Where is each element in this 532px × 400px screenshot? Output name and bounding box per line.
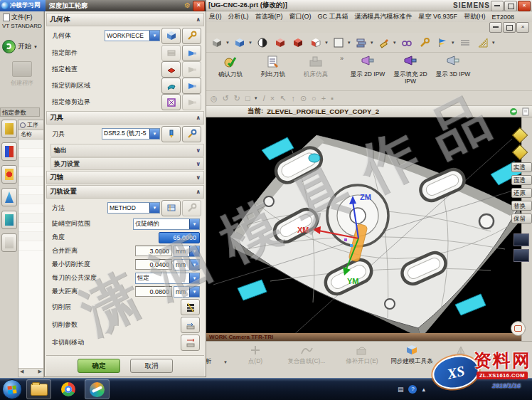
menu-window[interactable]: 窗口(O) bbox=[289, 12, 312, 21]
menu-file[interactable]: 文件(F) bbox=[3, 13, 33, 22]
highlight-cut-area-button[interactable] bbox=[182, 78, 201, 94]
select-cut-area-button[interactable] bbox=[161, 78, 181, 94]
list-item[interactable] bbox=[18, 223, 43, 232]
warning-diamond-icon[interactable] bbox=[512, 127, 528, 144]
verify-toolpath-button[interactable]: 确认刀轨 bbox=[209, 55, 252, 78]
tool-select[interactable]: DSR2.5 (铣刀-5▼ bbox=[102, 128, 160, 140]
left-strip-icon-operation[interactable] bbox=[1, 165, 17, 184]
show-3d-ipw-button[interactable]: 显示 3D IPW bbox=[432, 55, 474, 78]
lines-icon[interactable] bbox=[457, 35, 473, 51]
minimize-button[interactable] bbox=[491, 1, 504, 11]
merge-distance-unit[interactable]: mm▼ bbox=[174, 246, 200, 257]
dropdown-icon[interactable]: ▼ bbox=[189, 219, 199, 229]
snap-icon[interactable]: ○ bbox=[312, 94, 316, 102]
tool-change-bar[interactable]: 换刀设置∨ bbox=[50, 157, 204, 170]
left-strip-icon-geometry[interactable] bbox=[1, 188, 17, 206]
flag-icon[interactable] bbox=[435, 35, 450, 51]
list-item[interactable] bbox=[18, 204, 43, 214]
overflow-icon[interactable]: » bbox=[340, 55, 344, 62]
patch-opening-button[interactable]: 修补开口(E) bbox=[340, 344, 384, 364]
snap-icon[interactable]: ◎ bbox=[211, 94, 218, 103]
snap-icon[interactable]: □ bbox=[245, 94, 250, 102]
layers-icon[interactable] bbox=[353, 35, 369, 51]
taskbar-explorer-button[interactable] bbox=[26, 379, 51, 399]
edit-object-icon[interactable] bbox=[376, 35, 392, 51]
chevron-down-icon[interactable]: ▼ bbox=[254, 96, 258, 100]
warning-diamond-icon[interactable] bbox=[512, 144, 528, 161]
image-tile-icon[interactable] bbox=[514, 233, 529, 246]
new-tool-button[interactable] bbox=[161, 126, 181, 142]
list-item[interactable] bbox=[18, 241, 43, 251]
max-distance-unit[interactable]: mm▼ bbox=[174, 286, 200, 298]
image-tile-icon[interactable] bbox=[514, 249, 529, 262]
right-tool-button[interactable]: 面透 bbox=[511, 175, 532, 185]
menu-gc-toolbox[interactable]: GC 工具箱 bbox=[318, 12, 349, 21]
new-method-button[interactable] bbox=[161, 200, 181, 216]
sync-modeling-button[interactable]: 同步建模工具条 bbox=[390, 344, 434, 364]
cut-levels-button[interactable] bbox=[181, 299, 200, 315]
list-item[interactable] bbox=[18, 214, 43, 223]
gear-icon[interactable]: ⚙ bbox=[184, 2, 191, 9]
dropdown-icon[interactable]: ▼ bbox=[189, 246, 199, 256]
edit-tool-button[interactable] bbox=[182, 126, 201, 142]
snap-icon[interactable]: ↖ bbox=[280, 94, 286, 103]
show-blank-icon[interactable] bbox=[290, 35, 306, 51]
snap-icon[interactable]: / bbox=[263, 94, 265, 102]
expand-icon[interactable]: ∨ bbox=[196, 174, 201, 181]
left-strip-icon-method[interactable] bbox=[1, 211, 17, 229]
child-minimize-button[interactable] bbox=[489, 22, 502, 33]
max-distance-input[interactable]: 0.0800 bbox=[135, 286, 172, 297]
point-button[interactable]: 点(D) bbox=[235, 344, 276, 364]
select-trim-boundary-button[interactable] bbox=[161, 94, 181, 110]
list-item[interactable] bbox=[18, 177, 43, 186]
cutting-params-button[interactable] bbox=[181, 317, 200, 333]
menu-info[interactable]: 息(I) bbox=[209, 12, 222, 21]
bird-icon[interactable] bbox=[509, 107, 518, 116]
glasses-icon[interactable] bbox=[399, 35, 415, 51]
snap-icon[interactable]: × bbox=[270, 94, 275, 102]
tool-group-header[interactable]: 刀具∧ bbox=[46, 111, 204, 125]
start-orb[interactable] bbox=[2, 379, 22, 399]
dropdown-icon[interactable]: ▼ bbox=[149, 203, 159, 213]
child-restore-button[interactable] bbox=[503, 22, 516, 33]
select-part-button[interactable] bbox=[161, 45, 181, 61]
steep-range-select[interactable]: 仅陡峭的▼ bbox=[133, 219, 200, 230]
right-tool-button[interactable]: 保留 bbox=[511, 214, 532, 223]
dialog-titlebar[interactable]: 深度加工轮廓 ⚙ × bbox=[46, 0, 206, 11]
graphics-window[interactable]: ZM XM YM WORK Camera TFR-TRI bbox=[206, 117, 523, 341]
list-item[interactable] bbox=[18, 149, 43, 158]
snap-icon[interactable]: ↺ bbox=[223, 94, 229, 103]
dropdown-icon[interactable]: ▼ bbox=[149, 31, 159, 41]
list-item[interactable] bbox=[18, 232, 43, 241]
list-item[interactable] bbox=[18, 195, 43, 204]
method-select[interactable]: METHOD▼ bbox=[107, 202, 160, 214]
min-cut-length-input[interactable]: 0.0400 bbox=[135, 259, 172, 270]
model-3d-view[interactable]: ZM XM YM bbox=[206, 117, 523, 341]
path-settings-header[interactable]: 刀轨设置∧ bbox=[46, 185, 204, 199]
shaded-view-icon[interactable] bbox=[209, 35, 225, 51]
scroll-left-icon[interactable]: ◀ bbox=[20, 369, 23, 376]
cancel-button[interactable]: 取消 bbox=[130, 359, 173, 373]
tool-axis-header[interactable]: 刀轴∨ bbox=[46, 171, 204, 184]
list-item[interactable] bbox=[18, 167, 43, 177]
output-bar[interactable]: 输出∨ bbox=[50, 144, 204, 157]
render-style-icon[interactable] bbox=[255, 35, 270, 51]
right-tool-button[interactable]: 实透 bbox=[511, 162, 532, 172]
highlight-part-button[interactable] bbox=[182, 45, 201, 61]
snap-icon[interactable]: ⊙ bbox=[300, 94, 307, 103]
hatch-icon[interactable] bbox=[475, 35, 491, 51]
dropdown-icon[interactable]: ▼ bbox=[189, 287, 199, 297]
show-2d-icon[interactable] bbox=[308, 35, 324, 51]
highlight-trim-button[interactable] bbox=[182, 94, 201, 110]
highlight-check-button[interactable] bbox=[182, 61, 201, 78]
snap-icon[interactable]: ↑ bbox=[291, 94, 295, 102]
common-depth-select[interactable]: 恒定▼ bbox=[135, 273, 200, 284]
geometry-group-header[interactable]: 几何体∧ bbox=[46, 13, 204, 26]
dropdown-icon[interactable]: ▼ bbox=[149, 129, 159, 139]
dialog-close-button[interactable]: × bbox=[193, 1, 205, 11]
right-tool-button[interactable]: 替换 bbox=[511, 201, 532, 211]
edit-geometry-button[interactable] bbox=[182, 28, 201, 44]
min-cut-length-unit[interactable]: mm▼ bbox=[174, 259, 200, 270]
tray-show-hidden-icon[interactable]: ▴ bbox=[422, 386, 425, 393]
taskbar-nx-button[interactable] bbox=[85, 379, 110, 399]
